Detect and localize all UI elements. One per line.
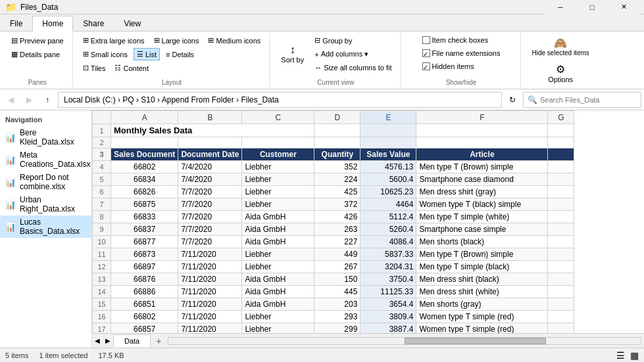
item-count: 5 items	[5, 351, 28, 359]
table-row: 7 66875 7/7/2020 Liebher 372 4464 Women …	[93, 198, 574, 211]
col-header-E[interactable]: E	[360, 111, 416, 124]
add-columns-icon: +	[314, 51, 318, 58]
tab-view[interactable]: View	[114, 16, 151, 31]
minimize-button[interactable]: ─	[545, 0, 576, 14]
group-by-icon: ⊟	[314, 36, 320, 45]
add-columns-button[interactable]: + Add columns ▾	[311, 48, 395, 60]
layout-section-label: Layout	[162, 79, 182, 86]
sidebar: Navigation 📊 Bere Kleid_Data.xlsx 📊 Meta…	[0, 110, 92, 348]
refresh-button[interactable]: ↻	[505, 92, 520, 108]
title-bar: 📁 Files_Data ─ □ ✕	[0, 0, 644, 14]
hidden-items-toggle[interactable]: Hidden items	[419, 60, 478, 72]
extra-large-icons-icon: ⊞	[83, 36, 89, 45]
large-icons-button[interactable]: ⊞ Large icons	[151, 34, 203, 47]
extra-large-icons-button[interactable]: ⊞ Extra large icons	[80, 34, 148, 47]
col-header-D[interactable]: D	[314, 111, 360, 124]
col-header-F[interactable]: F	[416, 111, 548, 124]
sheet-container[interactable]: A B C D E F G 1 Monthly Sales Data	[92, 110, 644, 333]
xlsx-icon-5: 📊	[5, 222, 16, 232]
item-check-boxes-toggle[interactable]: Item check boxes	[419, 34, 492, 46]
content-button[interactable]: ☷ Content	[111, 62, 152, 74]
sheet-scrollbar[interactable]	[168, 337, 641, 345]
details-pane-button[interactable]: ▦ Details pane	[8, 48, 63, 60]
sheet-tab-data[interactable]: Data	[113, 334, 151, 348]
xlsx-icon-4: 📊	[5, 200, 16, 210]
table-row: 5 66834 7/4/2020 Liebher 224 5600.4 Smar…	[93, 173, 574, 186]
sidebar-item-label-5: Lucas Basics_Data.xlsx	[20, 217, 86, 236]
navigation-label: Navigation	[0, 113, 91, 126]
table-row: 6 66826 7/7/2020 Liebher 425 10625.23 Me…	[93, 186, 574, 198]
group-by-button[interactable]: ⊟ Group by	[311, 34, 395, 47]
sheet-tab-bar: ◀ ▶ Data +	[92, 333, 644, 348]
header-doc-date: Document Date	[178, 148, 242, 161]
medium-icons-button[interactable]: ⊞ Medium icons	[205, 34, 264, 47]
table-row: 9 66837 7/7/2020 Aida GmbH 263 5260.4 Sm…	[93, 223, 574, 236]
xlsx-icon-2: 📊	[5, 155, 16, 165]
small-icons-icon: ⊞	[83, 50, 89, 58]
list-button[interactable]: ☰ List	[134, 48, 160, 60]
close-button[interactable]: ✕	[608, 0, 639, 14]
preview-pane-button[interactable]: ▤ Preview pane	[8, 34, 67, 47]
path-text: Local Disk (C:) › PQ › S10 › Append From…	[64, 95, 279, 104]
header-sales-value: Sales Value	[360, 148, 416, 161]
ribbon-section-current-view: ↕ Sort by ⊟ Group by + Add columns ▾ ↔ S…	[271, 33, 401, 87]
details-view-btn[interactable]: ▦	[630, 350, 639, 361]
medium-icons-icon: ⊞	[208, 36, 214, 45]
forward-button[interactable]: ▶	[21, 92, 37, 108]
tab-scroll-left-button[interactable]: ◀	[92, 336, 103, 346]
details-icon: ≡	[166, 51, 170, 58]
hide-selected-button[interactable]: 🙈 Hide selected items	[528, 35, 594, 58]
size-all-columns-button[interactable]: ↔ Size all columns to fit	[311, 62, 395, 74]
search-input[interactable]	[540, 96, 637, 104]
sidebar-item-urban[interactable]: 📊 Urban Right_Data.xlsx	[0, 193, 91, 215]
table-row: 15 66851 7/11/2020 Aida GmbH 203 3654.4 …	[93, 298, 574, 311]
address-bar: ◀ ▶ ↑ Local Disk (C:) › PQ › S10 › Appen…	[0, 89, 644, 110]
options-button[interactable]: ⚙ Options	[543, 61, 578, 85]
hidden-items-checkbox	[422, 62, 430, 70]
row-num-2: 2	[93, 137, 111, 148]
xlsx-icon-3: 📊	[5, 177, 16, 187]
list-icon: ☰	[137, 50, 143, 58]
col-header-A[interactable]: A	[111, 111, 178, 124]
options-icon: ⚙	[556, 63, 565, 76]
tab-share[interactable]: Share	[73, 16, 114, 31]
address-path[interactable]: Local Disk (C:) › PQ › S10 › Append From…	[58, 92, 502, 108]
sidebar-item-label-1: Bere Kleid_Data.xlsx	[20, 128, 86, 147]
title-bar-title: Files_Data	[20, 3, 58, 12]
sidebar-item-bere[interactable]: 📊 Bere Kleid_Data.xlsx	[0, 126, 91, 148]
ribbon-section-panes: ▤ Preview pane ▦ Details pane Panes	[3, 33, 73, 87]
file-size: 17.5 KB	[98, 351, 124, 359]
small-icons-view-btn[interactable]: ☰	[616, 350, 625, 361]
small-icons-button[interactable]: ⊞ Small icons	[80, 48, 131, 60]
sidebar-item-meta[interactable]: 📊 Meta Creations_Data.xlsx	[0, 148, 91, 171]
file-name-extensions-toggle[interactable]: File name extensions	[419, 47, 504, 59]
sort-by-button[interactable]: ↕ Sort by	[276, 42, 309, 66]
sidebar-item-report[interactable]: 📊 Report Do not combine.xlsx	[0, 171, 91, 193]
up-button[interactable]: ↑	[39, 92, 55, 108]
table-row: 2	[93, 137, 574, 148]
table-row: 4 66802 7/4/2020 Liebher 352 4576.13 Men…	[93, 161, 574, 173]
header-quantity: Quantity	[314, 148, 360, 161]
table-row: 17 66857 7/11/2020 Liebher 299 3887.4 Wo…	[93, 323, 574, 334]
tab-home[interactable]: Home	[32, 16, 73, 32]
hide-selected-icon: 🙈	[554, 37, 567, 49]
col-header-C[interactable]: C	[242, 111, 314, 124]
col-header-rownum	[93, 111, 111, 124]
header-customer: Customer	[242, 148, 314, 161]
sidebar-item-lucas[interactable]: 📊 Lucas Basics_Data.xlsx	[0, 215, 91, 238]
col-header-B[interactable]: B	[178, 111, 242, 124]
spreadsheet-table: A B C D E F G 1 Monthly Sales Data	[92, 110, 574, 333]
sort-icon: ↕	[290, 44, 295, 56]
tab-file[interactable]: File	[0, 16, 32, 31]
search-box[interactable]: 🔍	[523, 92, 641, 108]
show-hide-section-label: Show/hide	[446, 79, 477, 86]
add-sheet-button[interactable]: +	[152, 334, 165, 348]
size-columns-icon: ↔	[314, 64, 322, 72]
maximize-button[interactable]: □	[577, 0, 607, 14]
details-button[interactable]: ≡ Details	[162, 48, 197, 60]
content-icon: ☷	[114, 64, 121, 72]
col-header-G[interactable]: G	[548, 111, 574, 124]
tiles-button[interactable]: ⊡ Tiles	[80, 62, 109, 74]
tab-scroll-right-button[interactable]: ▶	[103, 336, 113, 346]
back-button[interactable]: ◀	[3, 92, 18, 108]
